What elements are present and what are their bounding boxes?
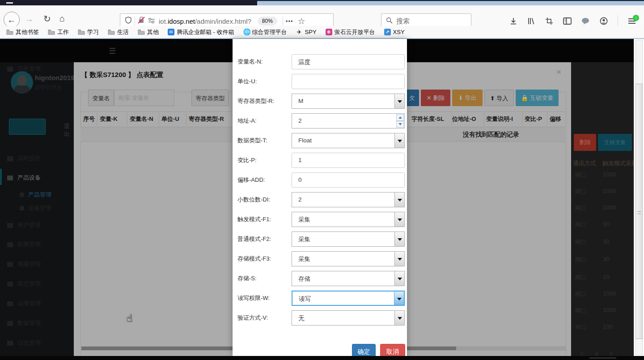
account-icon[interactable] xyxy=(600,17,608,25)
register-type-filter-button[interactable]: 寄存器类型 xyxy=(191,90,229,106)
sidebar-item[interactable]: 视频管理 xyxy=(0,257,74,271)
var-name-search-input[interactable]: 检索 变量名 xyxy=(114,90,174,106)
column-header[interactable]: 字符长度-SL xyxy=(411,111,444,127)
bookmark-item[interactable]: 学习 xyxy=(78,28,99,36)
logout-link[interactable]: 退出 xyxy=(64,122,74,138)
menu-icon xyxy=(20,206,24,210)
sidebar-item[interactable]: 产品管理 xyxy=(0,188,74,201)
field-label: 存储-S: xyxy=(237,274,257,283)
select-dropdown[interactable]: 存储 xyxy=(292,271,405,286)
chevron-down-icon[interactable] xyxy=(394,133,404,148)
chevron-down-icon[interactable] xyxy=(394,291,404,305)
sidebar-item[interactable]: 实时监控 xyxy=(0,152,74,165)
bookmark-item[interactable]: ❋萤石云开放平台 xyxy=(326,28,375,36)
bookmark-star-icon[interactable]: ☆ xyxy=(298,16,305,26)
pagination-number[interactable]: 5 xyxy=(610,351,613,356)
select-dropdown[interactable]: 读写 xyxy=(292,291,405,306)
chevron-down-icon[interactable] xyxy=(394,311,404,325)
site-menu-toggle-icon[interactable]: ☰ xyxy=(109,46,116,56)
field-label: 偏移-ADD: xyxy=(237,176,265,184)
forward-button[interactable]: → xyxy=(25,14,34,23)
sidebar-item[interactable]: 运维管理 xyxy=(0,297,74,310)
device-interlock-button[interactable]: 互锁变量 xyxy=(598,134,632,151)
bookmark-item[interactable]: ↗XSY xyxy=(384,29,405,35)
var-name-filter-button[interactable]: 变量名 xyxy=(88,90,114,106)
number-spinner[interactable] xyxy=(396,114,404,128)
downloads-icon[interactable] xyxy=(509,17,517,25)
export-button[interactable]: ⬇ 导出 xyxy=(452,90,483,106)
sidebar-item-label: 设备管理 xyxy=(28,204,51,212)
chevron-down-icon[interactable] xyxy=(394,193,404,207)
menu-hamburger-icon[interactable]: ↑ xyxy=(628,18,636,24)
select-dropdown[interactable]: M xyxy=(292,94,405,109)
select-dropdown[interactable]: 采集 xyxy=(292,251,405,266)
interlock-vars-button[interactable]: 🔒 互锁变量 xyxy=(516,90,559,106)
home-button[interactable]: ⌂ xyxy=(59,14,65,23)
select-dropdown[interactable]: 无 xyxy=(292,310,405,326)
blocked-lock-icon[interactable] xyxy=(138,17,145,26)
pagination-number[interactable]: 3 xyxy=(580,351,584,356)
screenshot-crop-icon[interactable] xyxy=(545,17,553,25)
pagination-number[interactable]: 4 xyxy=(595,351,598,356)
sidebar-item[interactable]: 用户管理 xyxy=(0,219,74,232)
bookmark-item[interactable]: 生活 xyxy=(108,28,129,36)
page-scrollbar[interactable] xyxy=(634,39,644,356)
bookmark-item[interactable]: 其他书签 xyxy=(6,28,39,36)
sidebar-toggle-icon[interactable] xyxy=(563,17,572,25)
spinner-down-icon[interactable] xyxy=(396,121,404,128)
chevron-down-icon[interactable] xyxy=(394,94,404,108)
sidebar-item[interactable]: 权限管理 xyxy=(0,238,74,251)
column-header[interactable]: 变比-P xyxy=(525,111,542,127)
select-dropdown[interactable]: 采集 xyxy=(292,231,405,247)
delete-button[interactable]: ✕ 删除 xyxy=(421,90,450,106)
sidebar-item[interactable]: 日志管理 xyxy=(0,336,74,350)
column-divider xyxy=(522,112,523,126)
column-header[interactable]: 变量名-N xyxy=(130,111,153,127)
select-dropdown[interactable]: 采集 xyxy=(292,212,405,227)
back-button[interactable]: ← xyxy=(4,12,20,28)
column-header[interactable]: 偏移 xyxy=(550,111,561,127)
text-input[interactable] xyxy=(292,74,405,89)
select-dropdown[interactable]: Float xyxy=(292,133,405,148)
shield-icon[interactable] xyxy=(125,17,132,26)
sidebar-item[interactable]: 组态管理 xyxy=(0,277,74,291)
number-input[interactable]: 2 xyxy=(292,113,405,129)
spinner-up-icon[interactable] xyxy=(396,114,404,121)
dialog-title: 【 数采S71200 】 点表配置 xyxy=(81,71,163,79)
column-header[interactable]: 序号 xyxy=(83,111,95,127)
dialog-close-icon[interactable]: × xyxy=(556,67,561,77)
column-header[interactable]: 寄存器类型-R xyxy=(189,111,224,127)
sidebar-item[interactable]: 消息管理 xyxy=(0,62,74,76)
sidebar-item-label: 日志管理 xyxy=(17,339,41,347)
column-header[interactable]: 单位-U xyxy=(161,111,179,127)
chevron-down-icon[interactable] xyxy=(394,232,404,246)
select-dropdown[interactable]: 2 xyxy=(292,192,405,207)
library-icon[interactable] xyxy=(527,17,535,25)
column-header[interactable]: 位地址-O xyxy=(452,111,476,127)
bookmark-item[interactable]: 🌐综合管理平台 xyxy=(243,28,287,36)
bookmark-item[interactable]: ✈SPY xyxy=(296,29,317,35)
bookmark-item[interactable]: 工作 xyxy=(48,28,69,36)
text-input[interactable]: 1 xyxy=(292,153,405,168)
chevron-down-icon[interactable] xyxy=(394,271,404,286)
reload-button[interactable]: ↻ xyxy=(43,14,51,23)
page-actions-icon[interactable]: ••• xyxy=(286,18,293,25)
chevron-down-icon[interactable] xyxy=(394,252,404,266)
sidebar-item[interactable]: 数据管理 xyxy=(0,317,74,330)
feedback-bubble-icon[interactable] xyxy=(581,17,590,25)
column-header[interactable]: 变量-K xyxy=(100,111,118,127)
text-input[interactable]: 0 xyxy=(292,172,405,188)
permissions-icon[interactable] xyxy=(148,17,155,25)
column-header[interactable]: 变量说明-I xyxy=(486,111,513,127)
profile-button[interactable] xyxy=(9,119,46,135)
device-delete-button[interactable]: 删除 xyxy=(574,134,596,151)
text-input[interactable]: 温度 xyxy=(292,54,405,69)
bookmark-item[interactable]: ✉腾讯企业邮箱 - 收件箱 xyxy=(168,28,234,36)
sidebar-item[interactable]: 产品设备 xyxy=(0,171,74,184)
chevron-down-icon[interactable] xyxy=(394,212,404,227)
zoom-level-badge[interactable]: 80% xyxy=(258,17,277,26)
bookmark-item[interactable]: 其他 xyxy=(138,28,159,36)
sidebar-item[interactable]: 设备管理 xyxy=(0,201,74,215)
column-divider xyxy=(452,112,452,126)
import-button[interactable]: ⬆ 导入 xyxy=(484,90,514,106)
